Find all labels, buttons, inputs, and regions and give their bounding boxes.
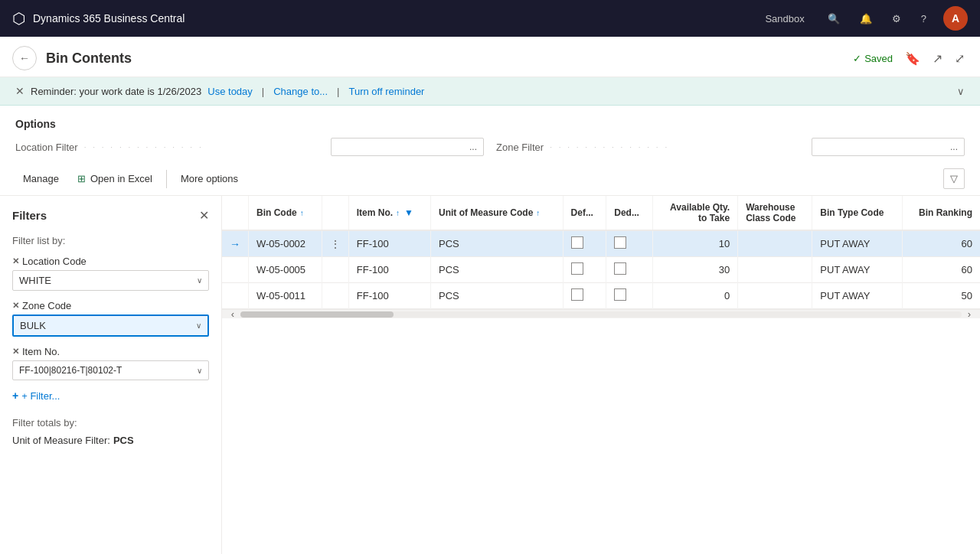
zone-code-label-row: ✕ Zone Code [12, 300, 209, 311]
location-code-remove-icon[interactable]: ✕ [12, 256, 19, 266]
reminder-sep1: | [262, 86, 264, 97]
filter-totals-label: Filter totals by: [12, 417, 209, 429]
dedicated-cell[interactable] [606, 230, 652, 257]
col-default[interactable]: Def... [563, 196, 606, 230]
horizontal-scrollbar[interactable]: ‹ › [222, 309, 980, 318]
row-menu-cell[interactable] [322, 283, 348, 309]
default-cell[interactable] [563, 230, 606, 257]
reminder-close-icon[interactable]: ✕ [15, 85, 24, 97]
collapse-icon[interactable]: ⤢ [955, 51, 965, 66]
col-wh-class[interactable]: WarehouseClass Code [738, 196, 812, 230]
row-context-menu-icon[interactable]: ⋮ [330, 238, 341, 250]
bookmark-icon[interactable]: 🔖 [905, 51, 920, 66]
location-filter-dots: · · · · · · · · · · · · · · [84, 143, 325, 152]
page-title: Bin Contents [46, 51, 853, 67]
topbar-left: ⬡ Dynamics 365 Business Central [12, 9, 185, 28]
zone-filter-group: Zone Filter · · · · · · · · · · · · · · … [496, 138, 965, 156]
dedicated-checkbox[interactable] [614, 236, 626, 249]
dedicated-cell[interactable] [606, 283, 652, 309]
scroll-thumb[interactable] [240, 311, 394, 318]
row-arrow-cell: → [222, 230, 249, 257]
item-no-cell: FF-100 [348, 257, 430, 283]
item-no-remove-icon[interactable]: ✕ [12, 347, 19, 357]
add-filter-icon: + [12, 389, 18, 402]
change-to-link[interactable]: Change to... [273, 86, 328, 97]
dedicated-cell[interactable] [606, 257, 652, 283]
back-button[interactable]: ← [12, 46, 37, 70]
topbar-right: Sandbox 🔍 🔔 ⚙ ? A [765, 6, 968, 31]
table-row[interactable]: W-05-0011FF-100PCS0PUT AWAY50 [222, 283, 980, 309]
item-no-cell: FF-100 [348, 283, 430, 309]
dedicated-checkbox[interactable] [614, 262, 626, 275]
filters-close-icon[interactable]: ✕ [199, 208, 209, 223]
add-filter-button[interactable]: + + Filter... [12, 389, 60, 402]
item-no-label-row: ✕ Item No. [12, 346, 209, 357]
location-filter-label: Location Filter [15, 142, 78, 153]
location-filter-group: Location Filter · · · · · · · · · · · · … [15, 138, 484, 156]
help-icon[interactable]: ? [918, 10, 929, 28]
row-menu-cell[interactable]: ⋮ [322, 230, 348, 257]
col-menu [322, 196, 348, 230]
app-logo-icon: ⬡ [12, 9, 25, 28]
default-checkbox[interactable] [571, 288, 583, 301]
bin-code-cell: W-05-0011 [249, 283, 322, 309]
use-today-link[interactable]: Use today [207, 86, 253, 97]
environment-label: Sandbox [765, 13, 804, 24]
dedicated-checkbox[interactable] [614, 288, 626, 301]
default-cell[interactable] [563, 283, 606, 309]
turn-off-link[interactable]: Turn off reminder [348, 86, 424, 97]
page-header: ← Bin Contents ✓ Saved 🔖 ↗ ⤢ [0, 37, 980, 77]
row-arrow-cell [222, 257, 249, 283]
location-code-chevron-icon: ∨ [197, 276, 202, 285]
zone-code-select-wrapper: BULK ∨ [12, 314, 209, 337]
bell-icon[interactable]: 🔔 [857, 10, 875, 28]
location-filter-input[interactable]: ... [331, 138, 484, 156]
scroll-right-icon[interactable]: › [962, 308, 977, 320]
saved-status: ✓ Saved [853, 53, 893, 64]
zone-filter-dots: · · · · · · · · · · · · · · [550, 143, 805, 152]
zone-code-remove-icon[interactable]: ✕ [12, 301, 19, 311]
header-actions: ✓ Saved 🔖 ↗ ⤢ [853, 51, 965, 66]
open-excel-button[interactable]: ⊞ Open in Excel [70, 169, 160, 188]
scroll-left-icon[interactable]: ‹ [225, 308, 240, 320]
wh-class-cell [738, 257, 812, 283]
col-bin-type[interactable]: Bin Type Code [812, 196, 902, 230]
location-code-filter: ✕ Location Code WHITE ∨ [12, 256, 209, 291]
item-no-filter: ✕ Item No. FF-100|80216-T|80102-T ∨ [12, 346, 209, 380]
table-row[interactable]: W-05-0005FF-100PCS30PUT AWAY60 [222, 257, 980, 283]
open-external-icon[interactable]: ↗ [933, 51, 942, 66]
location-code-select[interactable]: WHITE ∨ [12, 270, 209, 291]
col-item-no[interactable]: Item No. ↑ ▼ [348, 196, 430, 230]
scroll-track[interactable] [240, 311, 962, 318]
wh-class-cell [738, 283, 812, 309]
col-avail-qty[interactable]: Available Qty.to Take [652, 196, 737, 230]
filters-header: Filters ✕ [12, 208, 209, 223]
settings-icon[interactable]: ⚙ [889, 10, 904, 28]
default-checkbox[interactable] [571, 262, 583, 275]
search-icon[interactable]: 🔍 [825, 10, 843, 28]
options-title: Options [15, 118, 965, 130]
col-bin-ranking[interactable]: Bin Ranking [902, 196, 980, 230]
avatar[interactable]: A [943, 6, 968, 31]
location-code-label-row: ✕ Location Code [12, 256, 209, 267]
default-cell[interactable] [563, 257, 606, 283]
filter-funnel-button[interactable]: ▽ [943, 168, 965, 189]
col-uom-code[interactable]: Unit of Measure Code ↑ [430, 196, 563, 230]
row-menu-cell[interactable] [322, 257, 348, 283]
uom-code-cell: PCS [430, 283, 563, 309]
table-row[interactable]: →W-05-0002⋮FF-100PCS10PUT AWAY60 [222, 230, 980, 257]
options-row: Location Filter · · · · · · · · · · · · … [15, 138, 965, 156]
default-checkbox[interactable] [571, 236, 583, 249]
zone-code-select[interactable]: BULK ∨ [12, 314, 209, 337]
zone-filter-input[interactable]: ... [812, 138, 965, 156]
uom-filter-value: PCS [113, 435, 134, 446]
item-no-label: Item No. [22, 346, 60, 357]
reminder-expand-icon[interactable]: ∨ [957, 86, 965, 97]
more-options-button[interactable]: More options [173, 169, 246, 188]
manage-button[interactable]: Manage [15, 169, 67, 188]
col-dedicated[interactable]: Ded... [606, 196, 652, 230]
reminder-text: Reminder: your work date is 1/26/2023 [31, 86, 201, 97]
col-bin-code[interactable]: Bin Code ↑ [249, 196, 322, 230]
avail-qty-cell: 0 [652, 283, 737, 309]
item-no-select[interactable]: FF-100|80216-T|80102-T ∨ [12, 360, 209, 380]
